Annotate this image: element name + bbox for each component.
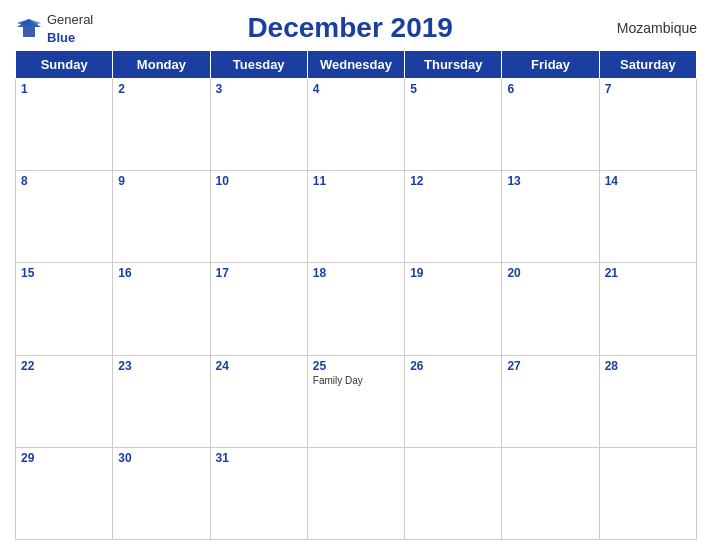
calendar-cell xyxy=(307,447,404,539)
calendar-cell: 13 xyxy=(502,171,599,263)
weekday-header-wednesday: Wednesday xyxy=(307,51,404,79)
calendar-cell: 22 xyxy=(16,355,113,447)
calendar-cell: 18 xyxy=(307,263,404,355)
week-row-5: 293031 xyxy=(16,447,697,539)
week-row-3: 15161718192021 xyxy=(16,263,697,355)
day-number: 7 xyxy=(605,82,691,96)
calendar-cell: 17 xyxy=(210,263,307,355)
day-number: 19 xyxy=(410,266,496,280)
calendar-cell xyxy=(502,447,599,539)
day-number: 27 xyxy=(507,359,593,373)
event-label: Family Day xyxy=(313,375,399,386)
calendar-cell: 12 xyxy=(405,171,502,263)
day-number: 31 xyxy=(216,451,302,465)
day-number: 21 xyxy=(605,266,691,280)
logo: General Blue xyxy=(15,10,93,46)
logo-general-text: General xyxy=(47,12,93,27)
calendar-cell: 28 xyxy=(599,355,696,447)
day-number: 3 xyxy=(216,82,302,96)
calendar-header: General Blue December 2019 Mozambique xyxy=(15,10,697,46)
weekday-header-tuesday: Tuesday xyxy=(210,51,307,79)
country-label: Mozambique xyxy=(607,20,697,36)
calendar-cell: 8 xyxy=(16,171,113,263)
calendar-cell: 1 xyxy=(16,79,113,171)
calendar-cell: 5 xyxy=(405,79,502,171)
calendar-cell: 4 xyxy=(307,79,404,171)
day-number: 1 xyxy=(21,82,107,96)
day-number: 5 xyxy=(410,82,496,96)
weekday-header-friday: Friday xyxy=(502,51,599,79)
day-number: 6 xyxy=(507,82,593,96)
calendar-cell: 25Family Day xyxy=(307,355,404,447)
calendar-cell: 11 xyxy=(307,171,404,263)
day-number: 12 xyxy=(410,174,496,188)
calendar-cell: 27 xyxy=(502,355,599,447)
calendar-title: December 2019 xyxy=(93,12,607,44)
day-number: 25 xyxy=(313,359,399,373)
calendar-cell: 24 xyxy=(210,355,307,447)
day-number: 28 xyxy=(605,359,691,373)
day-number: 15 xyxy=(21,266,107,280)
weekday-header-saturday: Saturday xyxy=(599,51,696,79)
weekday-header-thursday: Thursday xyxy=(405,51,502,79)
day-number: 16 xyxy=(118,266,204,280)
day-number: 10 xyxy=(216,174,302,188)
calendar-cell: 29 xyxy=(16,447,113,539)
calendar-cell: 7 xyxy=(599,79,696,171)
calendar-cell: 31 xyxy=(210,447,307,539)
day-number: 4 xyxy=(313,82,399,96)
day-number: 8 xyxy=(21,174,107,188)
weekday-header-monday: Monday xyxy=(113,51,210,79)
day-number: 29 xyxy=(21,451,107,465)
calendar-cell: 14 xyxy=(599,171,696,263)
calendar-cell: 30 xyxy=(113,447,210,539)
calendar-cell: 26 xyxy=(405,355,502,447)
calendar-cell: 9 xyxy=(113,171,210,263)
day-number: 9 xyxy=(118,174,204,188)
day-number: 20 xyxy=(507,266,593,280)
week-row-2: 891011121314 xyxy=(16,171,697,263)
logo-bird-icon xyxy=(15,17,43,39)
calendar-cell: 15 xyxy=(16,263,113,355)
day-number: 24 xyxy=(216,359,302,373)
calendar-cell: 16 xyxy=(113,263,210,355)
day-number: 17 xyxy=(216,266,302,280)
calendar-cell: 19 xyxy=(405,263,502,355)
calendar-cell: 23 xyxy=(113,355,210,447)
weekday-header-sunday: Sunday xyxy=(16,51,113,79)
logo-blue-text: Blue xyxy=(47,30,75,45)
day-number: 30 xyxy=(118,451,204,465)
calendar-cell: 6 xyxy=(502,79,599,171)
day-number: 26 xyxy=(410,359,496,373)
calendar-cell: 2 xyxy=(113,79,210,171)
day-number: 23 xyxy=(118,359,204,373)
calendar-cell xyxy=(599,447,696,539)
day-number: 22 xyxy=(21,359,107,373)
calendar-cell: 3 xyxy=(210,79,307,171)
calendar-table: SundayMondayTuesdayWednesdayThursdayFrid… xyxy=(15,50,697,540)
calendar-cell: 10 xyxy=(210,171,307,263)
calendar-cell xyxy=(405,447,502,539)
week-row-1: 1234567 xyxy=(16,79,697,171)
calendar-cell: 20 xyxy=(502,263,599,355)
day-number: 11 xyxy=(313,174,399,188)
weekday-header-row: SundayMondayTuesdayWednesdayThursdayFrid… xyxy=(16,51,697,79)
week-row-4: 22232425Family Day262728 xyxy=(16,355,697,447)
day-number: 13 xyxy=(507,174,593,188)
day-number: 2 xyxy=(118,82,204,96)
calendar-cell: 21 xyxy=(599,263,696,355)
day-number: 18 xyxy=(313,266,399,280)
day-number: 14 xyxy=(605,174,691,188)
